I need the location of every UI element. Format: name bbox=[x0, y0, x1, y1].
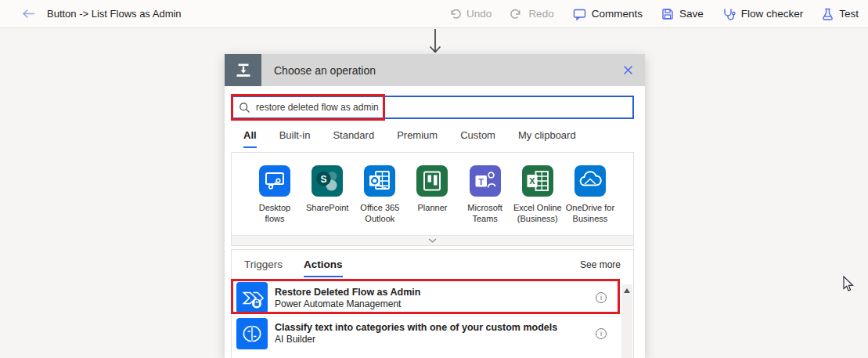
operation-text: Classify text into categories with one o… bbox=[275, 321, 557, 345]
office-365-outlook-icon bbox=[364, 165, 395, 197]
connector-microsoft-teams[interactable]: T Microsoft Teams bbox=[459, 165, 511, 225]
dialog-header: Choose an operation bbox=[225, 54, 645, 86]
connector-onedrive-for-business[interactable]: OneDrive for Business bbox=[564, 165, 616, 225]
undo-button[interactable]: Undo bbox=[448, 8, 492, 20]
tab-my-clipboard[interactable]: My clipboard bbox=[518, 129, 576, 148]
mouse-cursor bbox=[842, 276, 855, 293]
info-icon[interactable]: i bbox=[596, 328, 607, 339]
svg-text:X: X bbox=[529, 176, 535, 186]
ai-builder-icon bbox=[236, 318, 268, 349]
connector-office-365-outlook[interactable]: Office 365 Outlook bbox=[354, 165, 405, 225]
excel-online-icon: X bbox=[522, 165, 553, 197]
connector-panel-expander[interactable] bbox=[232, 235, 633, 245]
tab-custom[interactable]: Custom bbox=[460, 129, 495, 148]
category-tabs: All Built-in Standard Premium Custom My … bbox=[231, 129, 634, 148]
redo-button[interactable]: Redo bbox=[510, 8, 553, 20]
tab-all[interactable]: All bbox=[243, 129, 257, 148]
tab-actions[interactable]: Actions bbox=[304, 259, 343, 277]
operation-classify-text[interactable]: Classify text into categories with one o… bbox=[232, 316, 633, 351]
info-icon[interactable]: i bbox=[596, 292, 607, 303]
test-beaker-icon bbox=[822, 8, 834, 20]
close-dialog-button[interactable] bbox=[610, 65, 645, 75]
svg-text:T: T bbox=[478, 177, 484, 186]
flow-name-breadcrumb: Button -> List Flows as Admin bbox=[47, 8, 182, 20]
back-button[interactable] bbox=[22, 9, 36, 19]
dialog-body: All Built-in Standard Premium Custom My … bbox=[225, 86, 645, 358]
svg-text:S: S bbox=[321, 174, 327, 185]
flow-checker-stethoscope-icon bbox=[722, 8, 736, 20]
connector-panel: Desktop flows S SharePoint bbox=[231, 152, 634, 246]
scroll-up-arrow-icon[interactable] bbox=[624, 288, 630, 293]
save-button[interactable]: Save bbox=[661, 8, 704, 20]
operation-restore-deleted-flow-as-admin[interactable]: Restore Deleted Flow as Admin Power Auto… bbox=[232, 280, 633, 316]
connector-planner[interactable]: Planner bbox=[406, 165, 458, 225]
test-button[interactable]: Test bbox=[822, 8, 859, 20]
operation-text: Restore Deleted Flow as Admin Power Auto… bbox=[275, 286, 420, 310]
operation-title: Classify text into categories with one o… bbox=[275, 321, 557, 334]
operation-connector-name: Power Automate Management bbox=[275, 298, 420, 310]
flow-checker-button[interactable]: Flow checker bbox=[722, 8, 804, 20]
top-command-bar: Button -> List Flows as Admin Undo Redo … bbox=[0, 0, 868, 28]
power-automate-management-icon bbox=[236, 282, 268, 313]
flow-connector-arrow bbox=[427, 29, 443, 55]
tab-triggers[interactable]: Triggers bbox=[244, 259, 283, 276]
connector-desktop-flows[interactable]: Desktop flows bbox=[249, 165, 301, 225]
operation-card-icon bbox=[225, 54, 261, 86]
back-arrow-icon bbox=[22, 9, 36, 19]
close-icon bbox=[623, 65, 633, 75]
desktop-flows-icon bbox=[259, 165, 290, 197]
connector-excel-online-business[interactable]: X Excel Online (Business) bbox=[512, 165, 564, 225]
connector-sharepoint[interactable]: S SharePoint bbox=[301, 165, 353, 225]
operation-search-box bbox=[231, 96, 634, 119]
browse-header: Triggers Actions See more bbox=[232, 250, 633, 277]
list-scrollbar[interactable] bbox=[621, 284, 632, 358]
tab-premium[interactable]: Premium bbox=[397, 129, 438, 148]
undo-icon bbox=[448, 8, 461, 20]
sharepoint-icon: S bbox=[312, 165, 343, 197]
tab-built-in[interactable]: Built-in bbox=[279, 129, 311, 148]
connector-grid: Desktop flows S SharePoint bbox=[232, 153, 633, 235]
planner-icon bbox=[416, 165, 448, 197]
comments-button[interactable]: Comments bbox=[573, 8, 643, 20]
search-icon bbox=[239, 102, 250, 114]
search-input[interactable] bbox=[250, 102, 632, 113]
redo-icon bbox=[510, 8, 523, 20]
toolbar: Undo Redo Comments Save bbox=[448, 8, 859, 20]
see-more-link[interactable]: See more bbox=[580, 259, 621, 270]
dialog-title: Choose an operation bbox=[261, 64, 610, 77]
operations-list-panel: Triggers Actions See more Restore Delete… bbox=[231, 249, 634, 358]
save-icon bbox=[661, 8, 674, 20]
choose-operation-dialog: Choose an operation All Built-in Standar… bbox=[225, 54, 645, 358]
microsoft-teams-icon: T bbox=[470, 165, 501, 197]
chevron-down-icon bbox=[428, 238, 437, 243]
operation-title: Restore Deleted Flow as Admin bbox=[275, 286, 420, 298]
operation-connector-name: AI Builder bbox=[275, 334, 557, 345]
comments-icon bbox=[573, 8, 586, 20]
tab-standard[interactable]: Standard bbox=[333, 129, 374, 148]
onedrive-icon bbox=[574, 165, 606, 197]
